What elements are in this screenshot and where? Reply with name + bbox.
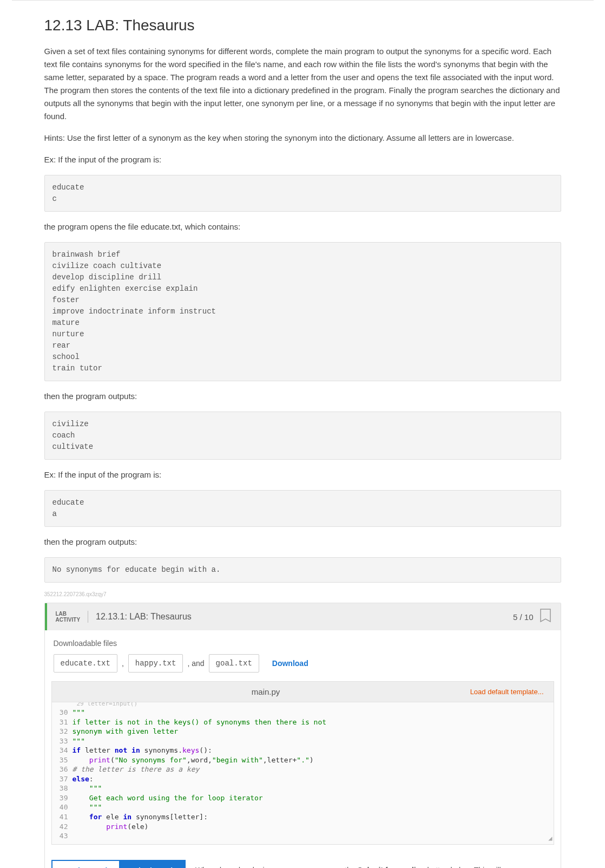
- line-number: 40: [52, 802, 73, 812]
- lab-label-line1: LAB: [56, 611, 81, 617]
- file-separator: , and: [187, 659, 204, 668]
- code-line[interactable]: 40 """: [52, 802, 554, 812]
- submit-mode-button[interactable]: Submit mode: [120, 860, 186, 868]
- line-number: 43: [52, 831, 73, 841]
- code-line[interactable]: 38 """: [52, 784, 554, 793]
- code-content[interactable]: if letter is not in the keys() of synony…: [73, 717, 327, 727]
- tracking-id: 352212.2207236.qx3zqy7: [44, 591, 561, 597]
- editor-filename: main.py: [62, 687, 470, 696]
- lab-title: 12.13.1: LAB: Thesaurus: [88, 612, 513, 622]
- code-line[interactable]: 33""": [52, 736, 554, 746]
- lab-activity-box: LAB ACTIVITY 12.13.1: LAB: Thesaurus 5 /…: [44, 603, 561, 868]
- example2-input-box: educate a: [44, 490, 561, 527]
- bookmark-icon[interactable]: [539, 609, 552, 625]
- file-chip-educate[interactable]: educate.txt: [54, 654, 117, 673]
- code-line[interactable]: 37else:: [52, 774, 554, 784]
- code-content[interactable]: print(ele): [73, 822, 149, 832]
- code-content[interactable]: for ele in synonyms[letter]:: [73, 812, 208, 822]
- code-content[interactable]: """: [73, 784, 102, 793]
- example1-then-text: then the program outputs:: [44, 390, 561, 403]
- code-content[interactable]: """: [73, 736, 85, 746]
- code-area[interactable]: 29 letter=input() 30"""31if letter is no…: [52, 702, 554, 844]
- resize-handle-icon[interactable]: ◢: [548, 834, 552, 843]
- downloadable-files-row: educate.txt , happy.txt , and goal.txt D…: [54, 654, 552, 673]
- code-content[interactable]: else:: [73, 774, 94, 784]
- line-number: 34: [52, 746, 73, 755]
- line-number: 42: [52, 822, 73, 832]
- line-number: 32: [52, 727, 73, 736]
- code-content[interactable]: """: [73, 802, 102, 812]
- line-number: 35: [52, 755, 73, 765]
- partial-prev-line: 29 letter=input(): [52, 702, 554, 708]
- line-number: 30: [52, 708, 73, 717]
- line-number: 41: [52, 812, 73, 822]
- mode-row: Develop mode Submit mode When done devel…: [45, 851, 561, 868]
- code-line[interactable]: 31if letter is not in the keys() of syno…: [52, 717, 554, 727]
- code-line[interactable]: 32synonym with given letter: [52, 727, 554, 736]
- file-chip-happy[interactable]: happy.txt: [128, 654, 183, 673]
- submit-text-bold: Submit for grading: [358, 866, 425, 868]
- example2-label: Ex: If the input of the program is:: [44, 468, 561, 481]
- submit-text-post: button below. This will: [425, 866, 501, 868]
- example1-opens-text: the program opens the file educate.txt, …: [44, 220, 561, 233]
- code-content[interactable]: if letter not in synonyms.keys():: [73, 746, 212, 755]
- example2-then-text: then the program outputs:: [44, 536, 561, 549]
- file-chip-goal[interactable]: goal.txt: [209, 654, 259, 673]
- hints-text: Hints: Use the first letter of a synonym…: [44, 132, 561, 145]
- code-line[interactable]: 36# the letter is there as a key: [52, 765, 554, 774]
- example1-label: Ex: If the input of the program is:: [44, 153, 561, 166]
- description-text: Given a set of text files containing syn…: [44, 45, 561, 123]
- lab-label-line2: ACTIVITY: [56, 617, 81, 623]
- line-number: 39: [52, 793, 73, 803]
- page-title: 12.13 LAB: Thesaurus: [44, 17, 561, 34]
- file-separator: ,: [122, 659, 124, 668]
- code-line[interactable]: 34if letter not in synonyms.keys():: [52, 746, 554, 755]
- example2-output-box: No synonyms for educate begin with a.: [44, 557, 561, 583]
- downloadable-title: Downloadable files: [54, 639, 552, 648]
- downloadable-section: Downloadable files educate.txt , happy.t…: [45, 630, 561, 681]
- example1-output-box: civilize coach cultivate: [44, 412, 561, 460]
- submit-text-pre: When done developing your program, press…: [195, 866, 358, 868]
- line-number: 37: [52, 774, 73, 784]
- editor-header: main.py Load default template...: [52, 682, 554, 702]
- lab-header: LAB ACTIVITY 12.13.1: LAB: Thesaurus 5 /…: [45, 603, 561, 630]
- code-content[interactable]: # the letter is there as a key: [73, 765, 200, 774]
- code-line[interactable]: 35 print("No synonyms for",word,"begin w…: [52, 755, 554, 765]
- code-content[interactable]: """: [73, 708, 85, 717]
- submit-instructions: When done developing your program, press…: [195, 865, 501, 868]
- line-number: 33: [52, 736, 73, 746]
- load-default-template-link[interactable]: Load default template...: [470, 688, 544, 696]
- line-number: 36: [52, 765, 73, 774]
- download-link[interactable]: Download: [272, 659, 308, 668]
- line-number: 31: [52, 717, 73, 727]
- code-content[interactable]: Get each word using the for loop iterato…: [73, 793, 263, 803]
- code-line[interactable]: 42 print(ele): [52, 822, 554, 832]
- code-line[interactable]: 43: [52, 831, 554, 841]
- code-editor: main.py Load default template... 29 lett…: [51, 681, 554, 845]
- code-content[interactable]: print("No synonyms for",word,"begin with…: [73, 755, 314, 765]
- lab-score: 5 / 10: [513, 612, 534, 622]
- develop-mode-button[interactable]: Develop mode: [51, 860, 121, 868]
- example1-filecontents-box: brainwash brief civilize coach cultivate…: [44, 242, 561, 381]
- code-line[interactable]: 30""": [52, 708, 554, 717]
- code-line[interactable]: 41 for ele in synonyms[letter]:: [52, 812, 554, 822]
- code-line[interactable]: 39 Get each word using the for loop iter…: [52, 793, 554, 803]
- code-content[interactable]: synonym with given letter: [73, 727, 179, 736]
- line-number: 38: [52, 784, 73, 793]
- lab-activity-label: LAB ACTIVITY: [56, 611, 89, 623]
- example1-input-box: educate c: [44, 175, 561, 212]
